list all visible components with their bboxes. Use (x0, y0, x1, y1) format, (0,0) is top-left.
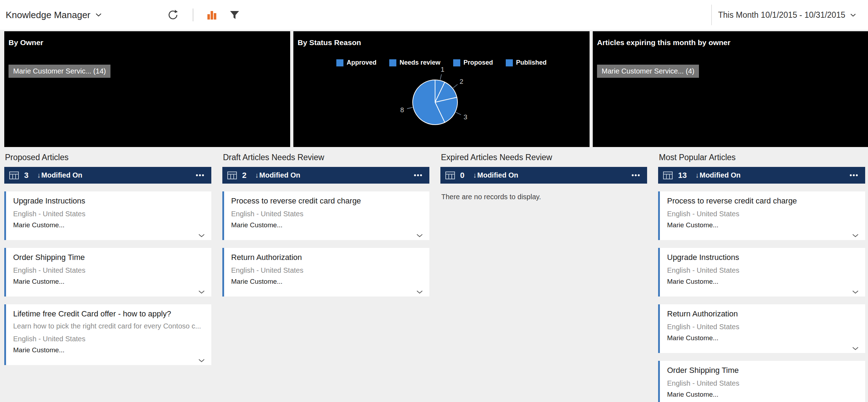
bar-chart-icon[interactable] (207, 10, 217, 20)
pie-data-label: 1 (441, 66, 445, 73)
article-owner: Marie Custome... (231, 277, 422, 286)
sort-field-label: Modified On (700, 171, 741, 179)
pie-label-leader-line (456, 112, 461, 115)
stream-title: Proposed Articles (4, 153, 211, 162)
article-owner: Marie Custome... (13, 277, 204, 286)
article-card[interactable]: Lifetime free Credit Card offer - how to… (4, 304, 211, 365)
stream-header-bar: 2↓Modified On (222, 167, 429, 184)
dashboard-selector[interactable]: Knowledge Manager (6, 10, 102, 21)
sort-descending-icon: ↓ (255, 171, 259, 179)
expand-chevron-icon[interactable] (852, 234, 859, 238)
pie-label-leader-line (453, 84, 458, 88)
article-title: Lifetime free Credit Card offer - how to… (13, 309, 204, 319)
article-title: Process to reverse credit card charge (231, 196, 422, 206)
article-card[interactable]: Upgrade InstructionsEnglish - United Sta… (4, 191, 211, 240)
article-owner: Marie Custome... (667, 333, 857, 343)
expand-chevron-icon[interactable] (416, 234, 423, 238)
pie-label-leader-line (407, 107, 413, 109)
expand-chevron-icon[interactable] (852, 290, 859, 294)
expand-chevron-icon[interactable] (198, 234, 205, 238)
date-range-label: This Month 10/1/2015 - 10/31/2015 (718, 10, 845, 20)
stream-column: Draft Articles Needs Review2↓Modified On… (222, 153, 429, 297)
article-language: English - United States (667, 208, 857, 219)
stream-header-bar: 0↓Modified On (440, 167, 647, 184)
article-card[interactable]: Order Shipping TimeEnglish - United Stat… (4, 248, 211, 297)
sort-descending-icon: ↓ (37, 171, 40, 179)
panel-title: Articles expiring this month by owner (593, 31, 868, 47)
expand-chevron-icon[interactable] (198, 290, 205, 294)
stream-column: Most Popular Articles13↓Modified OnProce… (658, 153, 865, 402)
article-title: Return Authorization (231, 252, 422, 263)
stream-header-bar: 3↓Modified On (4, 167, 211, 184)
article-language: English - United States (13, 265, 204, 276)
article-title: Order Shipping Time (13, 252, 204, 263)
article-title: Upgrade Instructions (13, 196, 204, 206)
records-grid-icon (663, 172, 673, 179)
article-language: English - United States (231, 208, 422, 219)
visual-filters-row: By Owner Marie Customer Servic... (14) B… (4, 31, 868, 147)
article-owner: Marie Custome... (13, 221, 204, 230)
record-count: 13 (678, 171, 687, 180)
sort-control[interactable]: ↓Modified On (37, 171, 82, 179)
chevron-down-icon (850, 13, 856, 17)
article-language: English - United States (13, 333, 204, 344)
date-range-group: This Month 10/1/2015 - 10/31/2015 (711, 5, 868, 25)
sort-control[interactable]: ↓Modified On (695, 171, 741, 179)
expand-chevron-icon[interactable] (852, 347, 859, 351)
record-count: 3 (24, 171, 28, 180)
top-bar: Knowledge Manager This Month 10/1/2015 -… (0, 0, 868, 30)
expand-chevron-icon[interactable] (198, 359, 205, 363)
status-pie-chart: 1238 (293, 31, 590, 147)
expand-chevron-icon[interactable] (416, 290, 423, 294)
article-language: English - United States (667, 265, 857, 276)
sort-control[interactable]: ↓Modified On (255, 171, 300, 179)
article-language: English - United States (667, 321, 857, 332)
article-description: Learn how to pick the right credit card … (13, 321, 204, 331)
panel-by-owner: By Owner Marie Customer Servic... (14) (4, 31, 290, 147)
date-range-selector[interactable]: This Month 10/1/2015 - 10/31/2015 (718, 10, 856, 20)
article-card[interactable]: Order Shipping TimeEnglish - United Stat… (658, 361, 865, 402)
stream-column: Proposed Articles3↓Modified OnUpgrade In… (4, 153, 211, 365)
article-card[interactable]: Process to reverse credit card chargeEng… (222, 191, 429, 240)
article-card[interactable]: Return AuthorizationEnglish - United Sta… (222, 248, 429, 297)
article-title: Return Authorization (667, 309, 857, 319)
article-card[interactable]: Return AuthorizationEnglish - United Sta… (658, 304, 865, 353)
panel-title: By Owner (4, 31, 290, 47)
stream-title: Draft Articles Needs Review (222, 153, 429, 162)
panel-by-status-reason: By Status Reason ApprovedNeeds reviewPro… (293, 31, 590, 147)
stream-title: Expired Articles Needs Review (440, 153, 647, 162)
record-count: 2 (242, 171, 246, 180)
sort-field-label: Modified On (477, 171, 519, 179)
article-card[interactable]: Process to reverse credit card chargeEng… (658, 191, 865, 240)
article-owner: Marie Custome... (667, 277, 857, 286)
stream-title: Most Popular Articles (658, 153, 865, 162)
empty-message: There are no records to display. (441, 193, 647, 201)
sort-field-label: Modified On (41, 171, 82, 179)
more-options-icon[interactable] (849, 172, 859, 179)
records-grid-icon (9, 172, 19, 179)
more-options-icon[interactable] (631, 172, 641, 179)
expiring-owner-filter-tag[interactable]: Marie Customer Service... (4) (597, 65, 699, 78)
filter-funnel-icon[interactable] (230, 11, 239, 20)
article-language: English - United States (13, 208, 204, 219)
more-options-icon[interactable] (413, 172, 423, 179)
refresh-button[interactable] (167, 9, 179, 21)
more-options-icon[interactable] (195, 172, 205, 179)
records-grid-icon (227, 172, 237, 179)
article-title: Order Shipping Time (667, 365, 857, 376)
pie-data-label: 2 (460, 78, 463, 85)
owner-filter-tag[interactable]: Marie Customer Servic... (14) (9, 65, 110, 78)
toolbar-divider (193, 9, 193, 21)
record-count: 0 (460, 171, 465, 180)
article-owner: Marie Custome... (667, 221, 857, 230)
pie-data-label: 3 (463, 113, 467, 121)
sort-control[interactable]: ↓Modified On (473, 171, 519, 179)
sort-descending-icon: ↓ (695, 171, 699, 179)
records-grid-icon (445, 172, 455, 179)
header-divider (711, 5, 712, 25)
article-owner: Marie Custome... (231, 221, 422, 230)
article-owner: Marie Custome... (13, 346, 204, 355)
article-card[interactable]: Upgrade InstructionsEnglish - United Sta… (658, 248, 865, 297)
pie-label-leader-line (440, 74, 441, 80)
article-owner: Marie Custome... (667, 390, 857, 399)
